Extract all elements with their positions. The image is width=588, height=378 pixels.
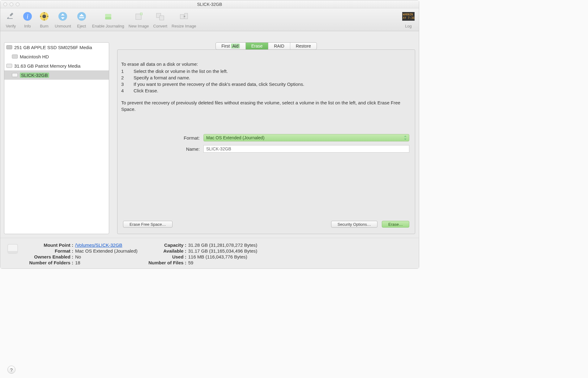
external-drive-icon [6, 63, 12, 68]
mount-point-link[interactable]: /Volumes/SLICK-32GB [75, 242, 122, 248]
convert-icon [154, 10, 166, 23]
erase-form: Format: Mac OS Extended (Journaled) Name… [121, 134, 411, 153]
main-panel: First Aid Erase RAID Restore To erase al… [117, 42, 415, 234]
tab-restore[interactable]: Restore [290, 43, 317, 49]
erase-free-space-button[interactable]: Erase Free Space… [123, 221, 173, 228]
toolbar-unmount[interactable]: Unmount [55, 10, 71, 28]
content-area: 251 GB APPLE SSD SM0256F Media Macintosh… [0, 31, 419, 238]
volume-item-slick-32gb[interactable]: SLICK-32GB [4, 70, 109, 80]
resize-icon [178, 10, 190, 23]
toolbar-verify[interactable]: Verify [5, 10, 17, 28]
button-row: Erase Free Space… Security Options… Eras… [121, 221, 411, 229]
unmount-icon [57, 10, 69, 23]
burn-icon [38, 10, 50, 23]
svg-rect-18 [12, 55, 18, 58]
toolbar-info[interactable]: i Info [21, 10, 34, 28]
name-label: Name: [123, 146, 200, 152]
erase-panel: To erase all data on a disk or volume: 1… [117, 49, 415, 234]
disk-utility-window: SLICK-32GB Verify i Info Burn Unmount [0, 0, 419, 269]
format-label: Format: [123, 135, 200, 141]
security-options-button[interactable]: Security Options… [331, 221, 377, 228]
erase-button[interactable]: Erase… [382, 221, 409, 228]
svg-text:i: i [27, 13, 28, 20]
svg-rect-12 [180, 15, 184, 19]
journal-icon [102, 10, 114, 23]
disk-item-patriot[interactable]: 31.63 GB Patriot Memory Media [4, 61, 109, 70]
name-input[interactable]: SLICK-32GB [203, 145, 409, 153]
toolbar-eject[interactable]: Eject [75, 10, 88, 28]
toolbar-resize-image[interactable]: Resize Image [172, 10, 196, 28]
format-select[interactable]: Mac OS Extended (Journaled) [203, 134, 409, 141]
svg-rect-22 [8, 251, 18, 254]
instructions-note: To prevent the recovery of previously de… [121, 99, 411, 112]
toolbar-burn[interactable]: Burn [38, 10, 50, 28]
titlebar: SLICK-32GB [0, 0, 419, 8]
disk-list-sidebar[interactable]: 251 GB APPLE SSD SM0256F Media Macintosh… [4, 42, 109, 234]
toolbar-convert[interactable]: Convert [153, 10, 168, 28]
svg-rect-6 [105, 17, 111, 19]
tab-bar: First Aid Erase RAID Restore [117, 42, 415, 50]
volume-large-icon [6, 242, 19, 256]
instructions-intro: To erase all data on a disk or volume: [121, 61, 411, 67]
toolbar-new-image[interactable]: New Image [129, 10, 149, 28]
svg-rect-19 [6, 64, 12, 68]
svg-rect-7 [105, 14, 111, 17]
toolbar-log[interactable]: WARNINAY 7:36 Log [402, 10, 415, 28]
svg-point-3 [42, 15, 46, 18]
new-image-icon [133, 10, 145, 23]
svg-rect-17 [6, 45, 12, 49]
svg-rect-20 [12, 73, 18, 77]
toolbar-enable-journaling[interactable]: Enable Journaling [92, 10, 124, 28]
eject-icon [75, 10, 88, 23]
svg-point-4 [58, 12, 67, 21]
svg-text:WARNIN: WARNIN [403, 13, 413, 16]
window-title: SLICK-32GB [0, 2, 419, 7]
svg-text:AY 7:36: AY 7:36 [403, 16, 415, 19]
internal-drive-icon [6, 45, 12, 50]
internal-volume-icon [12, 54, 18, 59]
volume-item-macintosh-hd[interactable]: Macintosh HD [4, 52, 109, 61]
disk-item-apple-ssd[interactable]: 251 GB APPLE SSD SM0256F Media [4, 43, 109, 52]
tab-raid[interactable]: RAID [268, 43, 290, 49]
log-icon: WARNINAY 7:36 [402, 10, 415, 23]
microscope-icon [5, 10, 17, 23]
info-icon: i [21, 10, 34, 23]
tab-erase[interactable]: Erase [246, 43, 269, 49]
footer-info: Mount Point :/Volumes/SLICK-32GB Format … [0, 238, 419, 268]
tab-first-aid[interactable]: First Aid [216, 43, 245, 49]
svg-rect-11 [160, 16, 164, 20]
toolbar: Verify i Info Burn Unmount Eject [0, 8, 419, 31]
instructions: To erase all data on a disk or volume: 1… [121, 61, 411, 112]
external-volume-icon [12, 73, 18, 78]
